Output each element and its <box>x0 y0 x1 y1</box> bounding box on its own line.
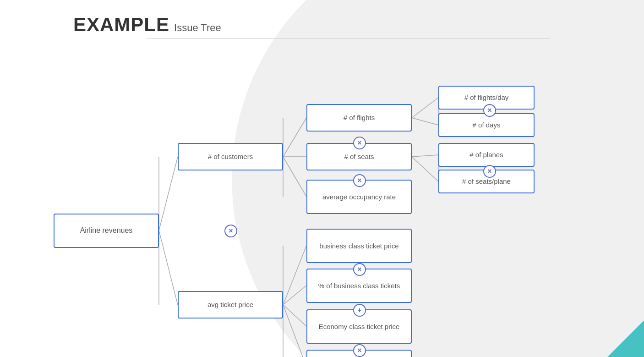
operator-seats-multiply: × <box>353 174 366 187</box>
operator-biz-multiply: × <box>353 263 366 276</box>
svg-line-10 <box>283 286 306 305</box>
svg-line-6 <box>412 118 438 125</box>
issue-tree: Airline revenues # of customers avg tick… <box>0 46 644 357</box>
box-airline-revenues: Airline revenues <box>54 214 159 248</box>
box-flights: # of flights <box>306 104 412 132</box>
corner-decoration <box>607 320 644 357</box>
svg-line-12 <box>283 305 306 357</box>
svg-line-1 <box>159 231 178 305</box>
header-divider <box>147 38 550 39</box>
svg-line-7 <box>412 155 438 157</box>
page-title-subtitle: Issue Tree <box>174 22 221 34</box>
box-biz-price: business class ticket price <box>306 229 412 263</box>
box-days: # of days <box>438 113 535 137</box>
operator-eco-plus: + <box>353 304 366 317</box>
operator-eco-multiply: × <box>353 344 366 357</box>
box-planes: # of planes <box>438 143 535 167</box>
svg-line-4 <box>283 157 306 197</box>
svg-line-9 <box>283 246 306 305</box>
page-title-bold: EXAMPLE <box>73 14 169 36</box>
operator-flights-multiply: × <box>483 104 496 117</box>
operator-planes-multiply: × <box>483 165 496 178</box>
svg-line-11 <box>283 305 306 326</box>
svg-line-0 <box>159 157 178 231</box>
box-avg-ticket: avg ticket price <box>178 291 283 319</box>
operator-main-multiply: × <box>224 225 237 237</box>
header: EXAMPLE Issue Tree <box>0 0 644 44</box>
svg-line-8 <box>412 157 438 181</box>
operator-customers-multiply: × <box>353 137 366 149</box>
box-customers: # of customers <box>178 143 283 170</box>
svg-line-5 <box>412 98 438 118</box>
svg-line-2 <box>283 118 306 157</box>
